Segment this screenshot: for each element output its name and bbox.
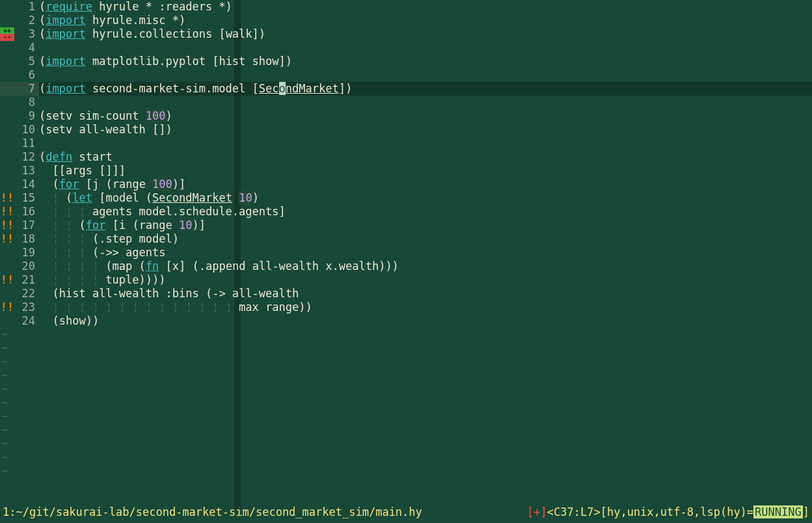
sign-column: !! (0, 191, 14, 205)
code-line[interactable]: 6 (0, 68, 812, 82)
code-line[interactable]: !!15 ¦ (let [model (SecondMarket 10) (0, 191, 812, 205)
sign-column (0, 150, 14, 164)
sign-column: !! (0, 301, 14, 314)
code-line[interactable]: 13 [[args []]] (0, 164, 812, 178)
empty-line-tilde: ~ (0, 437, 812, 451)
code-cell[interactable]: ¦ ¦ ¦ (->> agents (39, 246, 812, 260)
line-number: 8 (14, 96, 39, 109)
empty-line-tilde: ~ (0, 423, 812, 437)
code-cell[interactable]: ¦ ¦ ¦ ¦ ¦ ¦ ¦ ¦ ¦ ¦ ¦ ¦ ¦ ¦ max range)) (39, 301, 812, 314)
code-line[interactable]: 12(defn start (0, 150, 812, 164)
sign-column (0, 109, 14, 123)
code-line[interactable]: !!21 ¦ ¦ ¦ ¦ tuple)))) (0, 273, 812, 287)
code-line[interactable]: 19 ¦ ¦ ¦ (->> agents (0, 246, 812, 260)
sign-column (0, 178, 14, 191)
sign-column (0, 41, 14, 55)
code-line[interactable]: 22 (hist all-wealth :bins (-> all-wealth (0, 287, 812, 301)
line-number: 17 (14, 219, 39, 232)
code-cell[interactable]: ¦ ¦ ¦ agents model.schedule.agents] (39, 205, 812, 219)
code-cell[interactable]: (hist all-wealth :bins (-> all-wealth (39, 287, 812, 301)
sign-column: !! (0, 232, 14, 246)
line-number: 4 (14, 41, 39, 55)
status-filepath: ~/git/sakurai-lab/second-market-sim/seco… (16, 505, 422, 519)
sign-column (0, 123, 14, 137)
line-number: 16 (14, 205, 39, 219)
empty-line-tilde: ~ (0, 369, 812, 382)
status-cursor-pos: <C37:L7> (547, 505, 601, 518)
sign-column (0, 137, 14, 150)
code-line[interactable]: 2(import hyrule.misc *) (0, 14, 812, 27)
status-lsp-mode: RUNNING (753, 505, 803, 518)
code-line[interactable]: 20 ¦ ¦ ¦ ¦ (map (fn [x] (.append all-wea… (0, 260, 812, 273)
empty-line-tilde: ~ (0, 382, 812, 396)
code-line[interactable]: !!16 ¦ ¦ ¦ agents model.schedule.agents] (0, 205, 812, 219)
empty-line-tilde: ~ (0, 410, 812, 423)
empty-line-tilde: ~ (0, 396, 812, 410)
line-number: 22 (14, 287, 39, 301)
code-cell[interactable]: ¦ ¦ ¦ ¦ (map (fn [x] (.append all-wealth… (39, 260, 812, 273)
code-cell[interactable]: ¦ ¦ (for [i (range 10)] (39, 219, 812, 232)
code-cell[interactable]: ¦ (let [model (SecondMarket 10) (39, 191, 812, 205)
line-number: 10 (14, 123, 39, 137)
code-line[interactable]: !!23 ¦ ¦ ¦ ¦ ¦ ¦ ¦ ¦ ¦ ¦ ¦ ¦ ¦ ¦ max ran… (0, 301, 812, 314)
code-line[interactable]: 8 (0, 96, 812, 109)
code-cell[interactable] (39, 41, 812, 55)
code-cell[interactable]: (setv all-wealth []) (39, 123, 812, 137)
code-line[interactable]: 24 (show)) (0, 314, 812, 328)
empty-line-tilde: ~ (0, 328, 812, 342)
code-cell[interactable]: (defn start (39, 150, 812, 164)
sign-column: !! (0, 205, 14, 219)
code-cell[interactable] (39, 68, 812, 82)
sign-column (0, 82, 14, 96)
line-number: 24 (14, 314, 39, 328)
line-number: 15 (14, 191, 39, 205)
code-line[interactable]: 11 (0, 137, 812, 150)
code-cell[interactable]: (import hyrule.misc *) (39, 14, 812, 27)
code-cell[interactable] (39, 96, 812, 109)
code-cell[interactable]: (require hyrule * :readers *) (39, 0, 812, 14)
code-line[interactable]: 9(setv sim-count 100) (0, 109, 812, 123)
line-number: 5 (14, 55, 39, 68)
status-filetype: [hy,unix,utf-8,lsp(hy)= (601, 505, 753, 518)
line-number: 13 (14, 164, 39, 178)
line-number: 2 (14, 14, 39, 27)
sign-column (0, 0, 14, 14)
code-line[interactable]: 5(import matplotlib.pyplot [hist show]) (0, 55, 812, 68)
sign-column (0, 260, 14, 273)
code-cell[interactable]: (setv sim-count 100) (39, 109, 812, 123)
sign-column (0, 164, 14, 178)
code-line[interactable]: ++--3(import hyrule.collections [walk]) (0, 27, 812, 41)
code-cell[interactable]: (show)) (39, 314, 812, 328)
status-modified-flag: [+] (527, 505, 547, 518)
code-cell[interactable]: [[args []]] (39, 164, 812, 178)
editor-viewport[interactable]: 1(require hyrule * :readers *)2(import h… (0, 0, 812, 509)
code-cell[interactable]: (import hyrule.collections [walk]) (39, 27, 812, 41)
line-number: 14 (14, 178, 39, 191)
code-cell[interactable]: (import matplotlib.pyplot [hist show]) (39, 55, 812, 68)
code-line[interactable]: 1(require hyrule * :readers *) (0, 0, 812, 14)
line-number: 20 (14, 260, 39, 273)
line-number: 11 (14, 137, 39, 150)
code-cell[interactable]: (import second-market-sim.model [SecondM… (39, 82, 812, 96)
code-line[interactable]: !!18 ¦ ¦ ¦ (.step model) (0, 232, 812, 246)
code-line[interactable]: 7(import second-market-sim.model [Second… (0, 82, 812, 96)
line-number: 7 (14, 82, 39, 96)
sign-column (0, 314, 14, 328)
code-line[interactable]: 10(setv all-wealth []) (0, 123, 812, 137)
line-number: 18 (14, 232, 39, 246)
sign-column (0, 14, 14, 27)
code-cell[interactable] (39, 137, 812, 150)
sign-column: !! (0, 273, 14, 287)
color-column (234, 0, 241, 509)
code-cell[interactable]: ¦ ¦ ¦ (.step model) (39, 232, 812, 246)
code-line[interactable]: !!17 ¦ ¦ (for [i (range 10)] (0, 219, 812, 232)
sign-column (0, 246, 14, 260)
empty-line-tilde: ~ (0, 451, 812, 464)
empty-line-tilde: ~ (0, 355, 812, 369)
code-line[interactable]: 4 (0, 41, 812, 55)
empty-line-tilde: ~ (0, 464, 812, 478)
code-cell[interactable]: (for [j (range 100)] (39, 178, 812, 191)
code-line[interactable]: 14 (for [j (range 100)] (0, 178, 812, 191)
code-cell[interactable]: ¦ ¦ ¦ ¦ tuple)))) (39, 273, 812, 287)
sign-column (0, 68, 14, 82)
